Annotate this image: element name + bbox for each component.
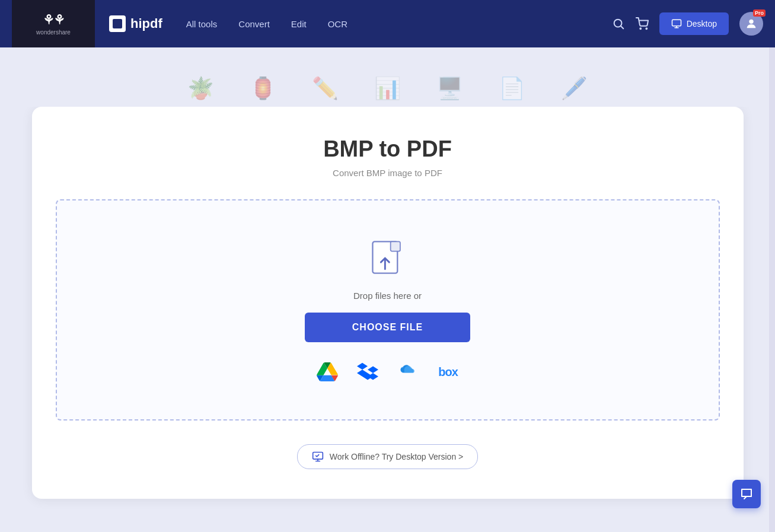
- upload-icon-wrap: [369, 236, 407, 279]
- box-button[interactable]: box: [436, 360, 460, 384]
- nav-all-tools[interactable]: All tools: [186, 19, 218, 29]
- offline-pill[interactable]: Work Offline? Try Desktop Version >: [297, 444, 479, 469]
- svg-point-3: [646, 28, 647, 29]
- chat-button[interactable]: [732, 480, 761, 508]
- desktop-btn-label: Desktop: [687, 19, 717, 28]
- pro-badge: Pro: [753, 9, 766, 17]
- wondershare-brand[interactable]: ⚘⚘ wondershare: [12, 0, 95, 47]
- bg-plant-icon: 🪴: [187, 76, 214, 101]
- bg-illustration: 🪴 🏮 ✏️ 📊 🖥️ 📄 🖊️: [0, 47, 775, 107]
- search-button[interactable]: [612, 17, 625, 30]
- hipdf-logo-square: [109, 15, 126, 32]
- choose-file-button[interactable]: CHOOSE FILE: [305, 313, 470, 342]
- user-avatar-wrap[interactable]: Pro: [739, 12, 763, 36]
- page-subtitle: Convert BMP image to PDF: [56, 168, 720, 178]
- nav-actions: Desktop Pro: [612, 12, 763, 36]
- drop-text: Drop files here or: [353, 291, 422, 301]
- svg-rect-9: [390, 241, 400, 251]
- main-card: BMP to PDF Convert BMP image to PDF Drop…: [32, 107, 744, 499]
- scrollbar[interactable]: [769, 0, 775, 532]
- wondershare-logo-icon: ⚘⚘: [43, 12, 64, 28]
- hipdf-logo[interactable]: hipdf: [109, 15, 162, 32]
- desktop-icon: [671, 18, 682, 29]
- bg-quill-icon: 🖊️: [561, 76, 588, 101]
- search-icon: [612, 17, 625, 30]
- nav-links: All tools Convert Edit OCR: [186, 19, 612, 29]
- wondershare-logo-text: wondershare: [36, 29, 71, 36]
- page-title: BMP to PDF: [56, 136, 720, 162]
- bg-lamp-icon: 🏮: [250, 76, 276, 101]
- offline-text: Work Offline? Try Desktop Version >: [330, 452, 464, 461]
- box-icon-text: box: [438, 365, 458, 379]
- svg-line-1: [621, 26, 623, 28]
- nav-ocr[interactable]: OCR: [328, 19, 347, 29]
- user-icon: [745, 17, 758, 30]
- svg-rect-4: [672, 20, 681, 26]
- navbar: ⚘⚘ wondershare hipdf All tools Convert E…: [0, 0, 775, 47]
- bg-doc-icon: 📄: [499, 76, 525, 101]
- bg-icons-group: 🪴 🏮 ✏️ 📊 🖥️ 📄 🖊️: [187, 76, 588, 107]
- onedrive-icon: [396, 363, 420, 381]
- bg-screen-icon: 🖥️: [436, 76, 463, 101]
- offline-banner: Work Offline? Try Desktop Version >: [56, 444, 720, 469]
- cloud-icons: box: [315, 360, 460, 384]
- svg-point-7: [749, 20, 753, 24]
- desktop-button[interactable]: Desktop: [659, 12, 729, 35]
- google-drive-icon: [317, 362, 338, 381]
- upload-icon: [369, 236, 407, 279]
- bg-pencil-icon: ✏️: [312, 76, 339, 101]
- google-drive-button[interactable]: [315, 360, 339, 384]
- cart-button[interactable]: [636, 17, 649, 30]
- bg-chart-icon: 📊: [374, 76, 401, 101]
- nav-edit[interactable]: Edit: [291, 19, 307, 29]
- dropbox-icon: [357, 361, 378, 383]
- hipdf-logo-text: hipdf: [130, 16, 162, 31]
- dropzone[interactable]: Drop files here or CHOOSE FILE: [56, 199, 720, 420]
- cart-icon: [636, 17, 649, 30]
- chat-icon: [739, 487, 754, 501]
- main-container: BMP to PDF Convert BMP image to PDF Drop…: [0, 107, 775, 499]
- svg-point-2: [640, 28, 641, 29]
- nav-convert[interactable]: Convert: [238, 19, 270, 29]
- desktop-offline-icon: [312, 451, 324, 463]
- onedrive-button[interactable]: [396, 360, 420, 384]
- dropbox-button[interactable]: [356, 360, 379, 384]
